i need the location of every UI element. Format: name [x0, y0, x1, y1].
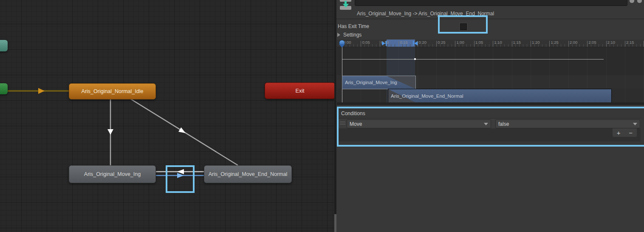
- condition-value-dropdown[interactable]: false: [495, 119, 640, 128]
- transition-name-field[interactable]: [355, 0, 627, 6]
- tick-mark: [380, 41, 380, 47]
- tick-minor-mark: [402, 44, 403, 47]
- node-exit[interactable]: Exit: [265, 82, 335, 99]
- tick-minor-mark: [364, 44, 365, 47]
- playhead-icon[interactable]: [339, 40, 345, 48]
- edge-idle-moveing-arrow-icon: [107, 129, 113, 135]
- tick-minor-mark: [610, 44, 610, 47]
- tick-minor-mark: [599, 44, 599, 47]
- tick-minor-mark: [633, 44, 633, 47]
- tick-minor-mark: [387, 44, 388, 47]
- timeline-gridline: [625, 47, 625, 103]
- tick-minor-mark: [463, 44, 463, 47]
- tick-minor-mark: [376, 44, 376, 47]
- clip-bar-move-ing-label: Aris_Original_Move_Ing: [342, 80, 397, 85]
- state-machine-canvas[interactable]: Aris_Original_Normal_Idle Exit Aris_Orig…: [0, 0, 335, 232]
- add-condition-button[interactable]: +: [613, 128, 625, 137]
- tick-minor-mark: [444, 44, 444, 47]
- tick-mark: [625, 41, 625, 47]
- highlight-box-checkbox: [438, 15, 488, 34]
- tick-minor-mark: [523, 44, 523, 47]
- node-any-state[interactable]: [0, 40, 8, 51]
- chevron-down-icon: [484, 123, 488, 125]
- tick-mark: [568, 41, 569, 47]
- node-normal-idle-label: Aris_Original_Normal_Idle: [82, 88, 144, 94]
- tick-minor-mark: [410, 44, 410, 47]
- clip-bar-move-ing[interactable]: Aris_Original_Move_Ing: [342, 76, 416, 89]
- tick-minor-mark: [579, 44, 580, 47]
- tick-minor-mark: [595, 44, 595, 47]
- tick-mark: [549, 41, 550, 47]
- tick-minor-mark: [406, 44, 407, 47]
- transition-start-marker[interactable]: [382, 41, 387, 46]
- tick-minor-mark: [527, 44, 527, 47]
- node-exit-label: Exit: [296, 88, 305, 94]
- tick-minor-mark: [482, 44, 482, 47]
- tick-minor-mark: [504, 44, 505, 47]
- tick-minor-mark: [621, 44, 621, 47]
- tick-minor-mark: [629, 44, 629, 47]
- tick-minor-mark: [561, 44, 561, 47]
- tick-minor-mark: [557, 44, 557, 47]
- tick-minor-mark: [478, 44, 478, 47]
- timeline[interactable]: 0:000:050:100:150:200:251:001:051:101:15…: [337, 40, 644, 105]
- conditions-header-label: Conditions: [339, 110, 365, 116]
- has-exit-time-label: Has Exit Time: [338, 23, 369, 29]
- tick-mark: [512, 41, 512, 47]
- tick-mark: [493, 41, 493, 47]
- node-normal-idle[interactable]: Aris_Original_Normal_Idle: [69, 83, 156, 99]
- tick-mark: [606, 41, 607, 47]
- tick-minor-mark: [452, 44, 452, 47]
- node-entry[interactable]: [0, 83, 8, 94]
- timeline-footer: [337, 102, 644, 105]
- remove-condition-button[interactable]: −: [625, 128, 637, 137]
- condition-parameter-value: Move: [347, 121, 362, 127]
- timeline-gridline: [361, 47, 361, 103]
- edge-entry-arrow-icon: [38, 88, 45, 94]
- tick-minor-mark: [368, 44, 369, 47]
- node-move-end-normal-label: Aris_Original_Move_End_Normal: [209, 171, 288, 177]
- list-buttons: + −: [613, 128, 637, 137]
- tick-minor-mark: [636, 44, 637, 47]
- tick-minor-mark: [640, 44, 641, 47]
- tick-minor-mark: [485, 44, 486, 47]
- conditions-footer: + −: [339, 128, 641, 141]
- blend-curve-handle[interactable]: [414, 58, 416, 60]
- tick-minor-mark: [440, 44, 441, 47]
- tick-minor-mark: [357, 44, 358, 47]
- tick-minor-mark: [591, 44, 591, 47]
- tick-minor-mark: [391, 44, 391, 47]
- settings-foldout[interactable]: Settings: [343, 32, 362, 38]
- tick-minor-mark: [470, 44, 471, 47]
- tick-minor-mark: [372, 44, 373, 47]
- conditions-section: Conditions Move false + −: [337, 107, 644, 147]
- tick-minor-mark: [429, 44, 429, 47]
- timeline-gridline: [380, 47, 380, 103]
- clip-bar-move-end-normal-label: Aris_Original_Move_End_Normal: [388, 93, 463, 99]
- tick-mark: [455, 41, 455, 47]
- condition-parameter-dropdown[interactable]: Move: [347, 119, 491, 128]
- tick-minor-mark: [546, 44, 546, 47]
- tick-minor-mark: [542, 44, 542, 47]
- tick-minor-mark: [500, 44, 501, 47]
- tick-minor-mark: [553, 44, 554, 47]
- tick-mark: [436, 41, 437, 47]
- animator-window: Aris_Original_Normal_Idle Exit Aris_Orig…: [0, 0, 644, 232]
- transition-end-marker[interactable]: [412, 41, 418, 46]
- clip-bar-move-end-normal[interactable]: Aris_Original_Move_End_Normal: [388, 89, 612, 103]
- tick-minor-mark: [421, 44, 421, 47]
- tick-minor-mark: [497, 44, 497, 47]
- tick-minor-mark: [572, 44, 573, 47]
- tick-minor-mark: [432, 44, 433, 47]
- transition-icon: [340, 0, 351, 10]
- node-move-ing[interactable]: Aris_Original_Move_Ing: [69, 165, 156, 183]
- divider: [336, 19, 644, 19]
- tick-minor-mark: [346, 44, 346, 47]
- drag-handle-icon[interactable]: [340, 122, 345, 125]
- foldout-arrow-icon: [337, 33, 340, 37]
- tick-mark: [587, 41, 588, 47]
- tick-mark: [398, 41, 399, 47]
- node-move-end-normal[interactable]: Aris_Original_Move_End_Normal: [204, 165, 292, 183]
- condition-row[interactable]: Move false: [339, 119, 641, 128]
- condition-value: false: [496, 121, 509, 127]
